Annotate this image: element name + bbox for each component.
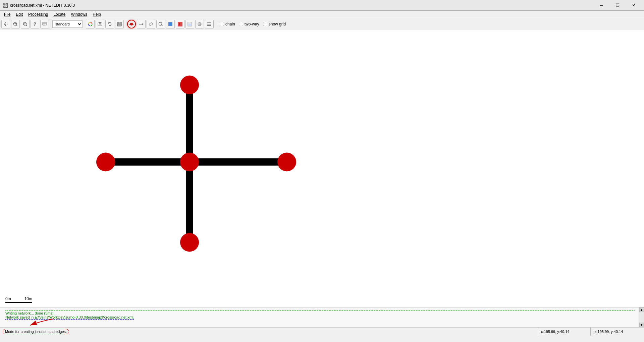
- svg-rect-35: [188, 24, 192, 26]
- svg-rect-30: [169, 23, 172, 25]
- titlebar: crossroad.net.xml - NETEDIT 0.30.0 ─ ❐ ✕: [0, 0, 644, 11]
- save-image-button[interactable]: [115, 20, 124, 28]
- network-view-button[interactable]: [195, 20, 204, 28]
- select-rect-button[interactable]: [166, 20, 175, 28]
- svg-line-28: [162, 25, 163, 26]
- svg-point-16: [99, 23, 101, 25]
- network-canvas[interactable]: [0, 30, 644, 307]
- show-grid-checkbox-group: show grid: [263, 22, 286, 26]
- select-area-button[interactable]: [176, 20, 184, 28]
- help-button[interactable]: ?: [31, 20, 39, 28]
- select-area-icon: [177, 21, 183, 27]
- log-line2: Network saved in E:\Veins\WorkDev\sumo-0…: [5, 315, 635, 319]
- svg-line-7: [16, 25, 17, 26]
- screenshot-button[interactable]: [96, 20, 104, 28]
- window-controls: ─ ❐ ✕: [594, 1, 641, 10]
- svg-rect-20: [118, 24, 121, 26]
- lines-button[interactable]: [205, 20, 214, 28]
- svg-rect-10: [43, 22, 47, 25]
- chain-label: chain: [225, 22, 235, 26]
- network-icon: [197, 21, 202, 27]
- inspect-button[interactable]: [185, 20, 194, 28]
- log-scrollbar[interactable]: ▲ ▼: [639, 307, 644, 327]
- status-mode: Mode for creating junction and edges.: [0, 329, 537, 334]
- log-dashed-top: [5, 310, 635, 311]
- statusbar: Mode for creating junction and edges. x:…: [0, 327, 644, 335]
- scalebar-label-right: 10m: [24, 296, 32, 301]
- zoom-in-button[interactable]: [11, 20, 20, 28]
- lines-icon: [207, 21, 212, 27]
- log-scroll-down-button[interactable]: ▼: [639, 323, 644, 327]
- toolbar: ? standard alternative: [0, 18, 644, 30]
- zoom-in-icon: [13, 21, 18, 27]
- color-scheme-button[interactable]: [86, 20, 95, 28]
- mode-oval: Mode for creating junction and edges.: [3, 329, 69, 334]
- zoom-button[interactable]: [156, 20, 165, 28]
- node-top[interactable]: [180, 76, 199, 94]
- zoom-extent-button[interactable]: [21, 20, 30, 28]
- svg-rect-26: [149, 22, 153, 25]
- view-mode-dropdown[interactable]: standard alternative: [52, 20, 83, 28]
- show-grid-checkbox[interactable]: [263, 22, 267, 26]
- two-way-checkbox-group: two-way: [239, 22, 259, 26]
- color-scheme-icon: [88, 21, 93, 27]
- save-icon: [117, 21, 122, 27]
- log-content: Writing network... done (5ms). Network s…: [3, 309, 641, 321]
- show-grid-label: show grid: [269, 22, 286, 26]
- tooltip-button[interactable]: [40, 20, 49, 28]
- move-tool-button[interactable]: [1, 20, 10, 28]
- app-icon: [3, 3, 8, 8]
- svg-marker-25: [142, 23, 143, 25]
- undo-button[interactable]: [105, 20, 114, 28]
- menu-edit[interactable]: Edit: [13, 11, 25, 17]
- log-line1: Writing network... done (5ms).: [5, 311, 635, 315]
- svg-rect-19: [118, 22, 120, 24]
- eraser-button[interactable]: [147, 20, 155, 28]
- window-title: crossroad.net.xml - NETEDIT 0.30.0: [10, 3, 594, 8]
- node-edge-create-icon: [129, 21, 134, 27]
- node-right[interactable]: [277, 153, 296, 172]
- camera-icon: [97, 21, 103, 27]
- menu-windows[interactable]: Windows: [68, 11, 90, 17]
- node-left[interactable]: [96, 153, 115, 172]
- zoom-icon: [158, 21, 163, 27]
- node-center[interactable]: [180, 153, 199, 172]
- tooltip-icon: [42, 21, 47, 27]
- menu-processing[interactable]: Processing: [25, 11, 51, 17]
- two-way-checkbox[interactable]: [239, 22, 243, 26]
- svg-marker-17: [108, 22, 109, 24]
- svg-point-21: [130, 23, 133, 25]
- node-bottom[interactable]: [180, 233, 199, 252]
- scalebar-bar: [5, 302, 32, 303]
- svg-rect-15: [98, 23, 102, 26]
- chain-checkbox[interactable]: [220, 22, 224, 26]
- menubar: File Edit Processing Locate Windows Help: [0, 11, 644, 18]
- restore-button[interactable]: ❐: [610, 1, 625, 10]
- inspect-icon: [187, 21, 193, 27]
- status-coordinates: x:195.99, y:40.14 x:195.99, y:40.14: [537, 328, 644, 336]
- close-button[interactable]: ✕: [626, 1, 641, 10]
- move-icon: [3, 21, 8, 27]
- menu-file[interactable]: File: [1, 11, 13, 17]
- svg-point-3: [5, 23, 6, 24]
- create-node-edge-button[interactable]: [127, 20, 136, 28]
- scalebar-label-left: 0m: [5, 296, 11, 301]
- chain-checkbox-group: chain: [220, 22, 235, 26]
- coord-display-1: x:195.99, y:40.14: [537, 328, 590, 336]
- eraser-icon: [148, 21, 154, 27]
- svg-line-9: [26, 25, 27, 26]
- menu-locate[interactable]: Locate: [51, 11, 68, 17]
- netedit-logo-icon: [3, 3, 7, 7]
- coord-display-2: x:195.99, y:40.14: [590, 328, 644, 336]
- scalebar: 0m 10m: [5, 296, 32, 303]
- svg-marker-11: [44, 25, 45, 26]
- minimize-button[interactable]: ─: [594, 1, 609, 10]
- log-scroll-up-button[interactable]: ▲: [639, 307, 644, 312]
- canvas-area[interactable]: 0m 10m: [0, 30, 644, 307]
- help-icon: ?: [34, 21, 37, 27]
- move-edge-button[interactable]: [137, 20, 146, 28]
- menu-help[interactable]: Help: [90, 11, 104, 17]
- undo-icon: [107, 21, 112, 27]
- arrow-right-icon: [139, 21, 144, 27]
- svg-point-27: [159, 22, 162, 25]
